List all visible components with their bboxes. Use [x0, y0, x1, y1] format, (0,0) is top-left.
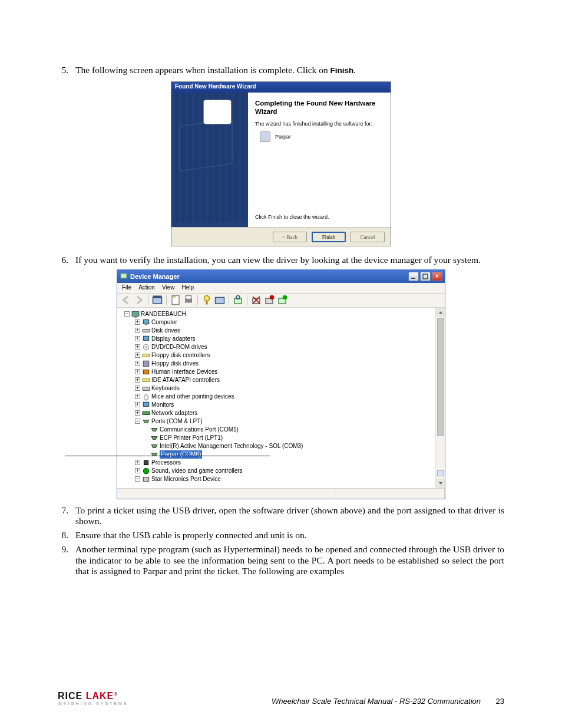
tree-node-keyboards[interactable]: +Keyboards: [118, 384, 444, 393]
tree-node-network[interactable]: +Network adapters: [118, 409, 444, 417]
scrollbar-track-mark: [437, 470, 444, 476]
monitor-icon: [142, 401, 150, 409]
svg-rect-3: [153, 298, 162, 304]
tree-node-ports[interactable]: −Ports (COM & LPT): [118, 417, 444, 426]
network-icon: [142, 410, 150, 417]
svg-rect-22: [145, 324, 148, 325]
help-icon[interactable]: [201, 295, 212, 305]
device-icon: [142, 476, 150, 483]
floppy-icon: [142, 360, 150, 367]
svg-rect-21: [143, 319, 148, 324]
step-number: 9.: [58, 544, 75, 577]
dm-statusbar: [117, 488, 445, 499]
svg-point-36: [143, 468, 148, 473]
svg-rect-6: [173, 297, 176, 298]
wizard-body: Completing the Found New Hardware Wizard…: [171, 93, 391, 227]
page-footer: RICE LAKE® WEIGHING SYSTEMS Wheelchair S…: [58, 691, 504, 706]
tree-leaf-lpt1[interactable]: ECP Printer Port (LPT1): [118, 434, 444, 442]
tree-node-dvd[interactable]: +DVD/CD-ROM drives: [118, 343, 444, 351]
svg-rect-10: [206, 301, 208, 305]
callout-line: [65, 456, 270, 456]
dm-toolbar: [117, 294, 445, 308]
wizard-buttons: < Back Finish Cancel: [171, 227, 391, 246]
close-button[interactable]: ×: [432, 272, 442, 281]
tree-node-fdc[interactable]: +Floppy disk controllers: [118, 351, 444, 360]
tree-node-sound[interactable]: +Sound, video and game controllers: [118, 467, 444, 475]
scrollbar-thumb[interactable]: [437, 318, 444, 436]
svg-rect-23: [143, 329, 150, 332]
tree-leaf-parpar[interactable]: Parpar (COM6): [118, 450, 444, 459]
step-9: 9. Another terminal type program (such a…: [58, 544, 504, 577]
tree-node-monitors[interactable]: +Monitors: [118, 401, 444, 409]
step-text: The following screen appears when instal…: [75, 65, 504, 75]
controller-icon: [142, 352, 150, 359]
step-8: 8. Ensure that the USB cable is properly…: [58, 530, 504, 541]
tree-node-disk[interactable]: +Disk drives: [118, 327, 444, 335]
finish-emphasis: Finish: [330, 66, 354, 75]
svg-rect-28: [143, 361, 148, 366]
brand-logo: RICE LAKE® WEIGHING SYSTEMS: [58, 691, 128, 706]
tree-leaf-com1[interactable]: Communications Port (COM1): [118, 426, 444, 434]
svg-rect-1: [411, 278, 415, 279]
toolbar-icon[interactable]: [152, 295, 163, 305]
processor-icon: [142, 459, 150, 466]
svg-rect-20: [134, 316, 137, 317]
minimize-button[interactable]: [408, 272, 419, 281]
step-number: 5.: [58, 65, 75, 75]
scroll-up-icon[interactable]: [436, 308, 445, 317]
toolbar-icon[interactable]: [214, 295, 225, 305]
mouse-icon: [142, 393, 150, 400]
cancel-button[interactable]: Cancel: [351, 232, 385, 242]
svg-rect-27: [143, 354, 150, 357]
instruction-list: 5. The following screen appears when ins…: [58, 65, 504, 577]
tree-node-ide[interactable]: +IDE ATA/ATAPI controllers: [118, 376, 444, 384]
wizard-sidebar-graphic: [171, 93, 248, 227]
svg-rect-24: [143, 336, 148, 340]
maximize-button[interactable]: [420, 272, 431, 281]
tree-node-display[interactable]: +Display adapters: [118, 335, 444, 343]
tree-node-computer[interactable]: +Computer: [118, 318, 444, 327]
tree-node-hid[interactable]: +Human Interface Devices: [118, 368, 444, 376]
dm-app-icon: [120, 272, 128, 281]
port-icon: [150, 443, 158, 450]
menu-view[interactable]: View: [162, 284, 175, 292]
menu-help[interactable]: Help: [181, 284, 194, 292]
tree-node-fdd[interactable]: +Floppy disk drives: [118, 360, 444, 368]
svg-rect-33: [143, 402, 148, 406]
tree-node-mice[interactable]: +Mice and other pointing devices: [118, 393, 444, 401]
wizard-device-row: Parpar: [260, 131, 384, 142]
svg-rect-35: [144, 460, 148, 465]
svg-rect-30: [143, 378, 150, 381]
computer-icon: [131, 311, 140, 318]
finish-button[interactable]: Finish: [312, 232, 346, 242]
dm-tree: −RANDEEBAUCH +Computer +Disk drives +Dis…: [117, 308, 445, 488]
display-icon: [142, 335, 150, 342]
menu-action[interactable]: Action: [138, 284, 155, 292]
device-icon: [260, 131, 270, 142]
tree-node-processors[interactable]: +Processors: [118, 459, 444, 467]
tree-root[interactable]: −RANDEEBAUCH: [118, 310, 444, 318]
port-icon: [150, 434, 158, 442]
tree-leaf-sol[interactable]: Intel(R) Active Management Technology - …: [118, 442, 444, 450]
print-icon[interactable]: [183, 295, 194, 305]
svg-rect-11: [216, 298, 224, 304]
svg-point-9: [204, 296, 210, 301]
scroll-down-icon[interactable]: [436, 479, 445, 488]
port-icon: [150, 426, 158, 433]
device-manager-window: Device Manager × File Action View Help: [117, 269, 445, 499]
properties-icon[interactable]: [170, 295, 181, 305]
scrollbar[interactable]: [435, 308, 445, 488]
uninstall-icon[interactable]: [251, 295, 262, 305]
menu-file[interactable]: File: [122, 284, 131, 292]
dm-title-text: Device Manager: [130, 273, 407, 280]
sound-icon: [142, 467, 150, 475]
hid-icon: [142, 368, 150, 375]
tree-node-star[interactable]: −Star Micronics Port Device: [118, 475, 444, 483]
port-icon: [150, 451, 158, 458]
back-button[interactable]: < Back: [273, 232, 307, 242]
update-icon[interactable]: [277, 295, 287, 305]
nav-back-icon[interactable]: [121, 295, 131, 305]
nav-forward-icon[interactable]: [134, 295, 144, 305]
scan-icon[interactable]: [233, 295, 243, 305]
disable-icon[interactable]: [264, 295, 275, 305]
